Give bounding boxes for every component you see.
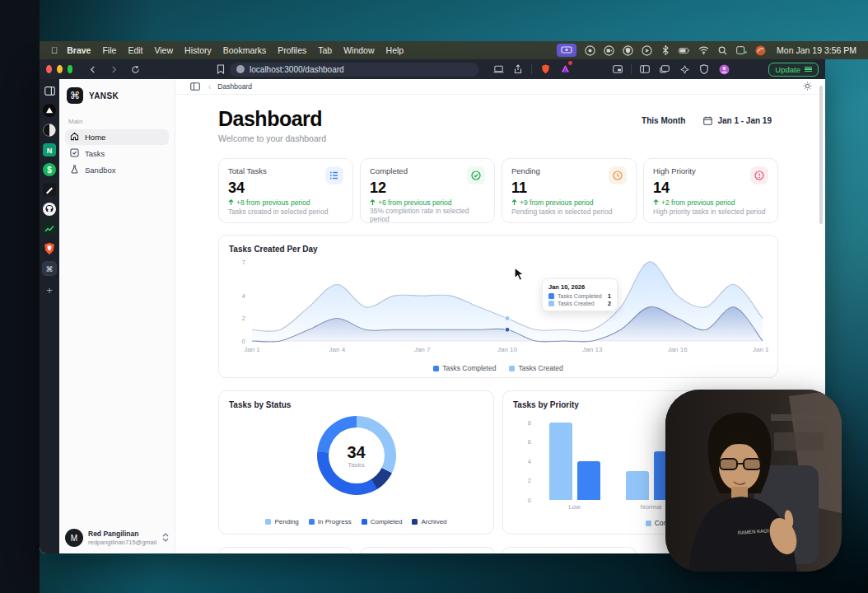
draw-icon[interactable] [42,182,57,197]
nav-section-label: Main [68,118,166,125]
apple-menu-icon[interactable]:  [51,45,58,55]
stat-delta: +8 from previous period [228,198,343,207]
svg-text:2: 2 [242,315,246,322]
area-chart[interactable]: 0247Jan 1Jan 4Jan 7Jan 10Jan 13Jan 16Jan… [229,255,769,362]
vpn-shield-icon[interactable] [698,63,711,76]
donut-chart[interactable]: 34 Tasks [317,416,396,495]
legend-swatch [265,519,271,525]
profile-icon[interactable] [754,44,766,56]
svg-text:Jan 7: Jan 7 [414,346,431,353]
legend-label: In Progress [318,518,352,525]
brand-logo-icon: ⌘ [67,87,83,104]
sidebar-item-label: Sandbox [85,166,116,175]
svg-text:N: N [47,147,53,155]
cash-icon[interactable]: $ [42,162,57,177]
brave-shield-icon[interactable] [539,63,552,76]
menu-item-help[interactable]: Help [380,45,410,55]
record-icon[interactable] [584,44,595,56]
close-window-button[interactable] [46,65,52,73]
forward-icon[interactable] [107,63,120,76]
neon-icon[interactable]: N [42,142,57,157]
user-menu[interactable]: M Red Pangilinan redpangilinan715@gmail.… [65,529,169,547]
svg-text:Jan 19: Jan 19 [753,346,769,353]
sidebar-item-label: Tasks [85,149,105,158]
date-range-label: Jan 1 - Jan 19 [717,116,772,125]
search-icon[interactable] [716,44,728,56]
stat-delta: +6 from previous period [370,198,485,207]
panels-icon[interactable] [42,83,57,98]
camera-icon[interactable] [603,44,614,56]
stat-value: 12 [370,180,485,197]
chart-icon[interactable] [42,222,57,236]
battery-icon[interactable] [679,44,690,56]
url-text: localhost:3000/dashboard [250,65,344,74]
bookmark-icon[interactable] [216,63,225,76]
leo-ai-icon[interactable] [678,63,691,76]
chevron-up-down-icon [162,530,169,545]
brand[interactable]: ⌘ YANSK [65,85,169,106]
home-icon [70,132,79,142]
workspace-icon[interactable]: ⌘ [42,261,57,276]
scrollbar-thumb[interactable] [819,86,823,224]
sidebar-item-home[interactable]: Home [65,129,169,145]
menu-item-bookmarks[interactable]: Bookmarks [217,45,273,55]
play-icon[interactable] [641,44,652,56]
menu-item-file[interactable]: File [96,45,122,55]
sidebar-toggle-icon[interactable] [638,63,651,76]
svg-text:7: 7 [242,259,246,266]
profile-avatar-icon[interactable] [717,63,730,76]
stat-card-pending: Pending11+9 from previous periodPending … [502,158,637,223]
legend-item: Completed [362,518,403,525]
github-icon[interactable] [42,202,57,217]
brave-icon[interactable] [42,241,57,256]
menu-items: BraveFileEditViewHistoryBookmarksProfile… [61,45,409,55]
menu-item-brave[interactable]: Brave [61,45,96,55]
wifi-icon[interactable] [698,44,709,56]
nav-list: HomeTasksSandbox [65,129,169,178]
tabs-icon[interactable] [658,63,671,76]
tooltip-swatch [548,293,554,299]
screen-share-icon[interactable] [557,44,576,57]
period-select[interactable]: This Month [642,116,685,125]
reload-icon[interactable] [128,63,142,76]
sidebar-item-sandbox[interactable]: Sandbox [65,162,169,178]
stat-value: 11 [511,180,627,197]
menu-item-view[interactable]: View [148,45,179,55]
update-button[interactable]: Update [768,63,819,77]
menu-item-edit[interactable]: Edit [122,45,148,55]
legend-item: In Progress [309,518,352,525]
menu-item-history[interactable]: History [179,45,217,55]
area-chart-card: Tasks Created Per Day 0247Jan 1Jan 4Jan … [218,235,778,378]
theme-toggle-icon[interactable] [803,79,812,94]
contrast-icon[interactable] [42,123,57,138]
zoom-window-button[interactable] [68,65,73,73]
address-bar[interactable]: localhost:3000/dashboard [230,63,478,77]
sidebar-item-tasks[interactable]: Tasks [65,146,169,161]
shield-icon[interactable] [622,44,633,56]
date-range-button[interactable]: Jan 1 - Jan 19 [697,113,778,128]
chevron-left-icon: ‹ [208,82,211,91]
add-icon[interactable]: + [42,282,57,297]
breadcrumb: Dashboard [217,82,252,91]
bar-completed [626,471,649,500]
device-icon[interactable] [492,63,505,76]
sidebar-trigger-icon[interactable] [189,80,202,93]
back-icon[interactable] [86,63,99,76]
picture-in-picture-icon[interactable] [611,63,624,76]
area-chart-title: Tasks Created Per Day [229,245,768,254]
site-info-icon[interactable] [236,65,245,73]
bluetooth-icon[interactable] [660,44,671,56]
rewards-icon[interactable] [558,63,572,76]
share-icon[interactable] [511,63,525,76]
trend-up-icon [228,199,234,206]
minimize-window-button[interactable] [57,65,63,73]
vercel-icon[interactable] [42,103,57,118]
menu-item-window[interactable]: Window [338,45,380,55]
flask-icon [70,165,79,175]
legend-label: Completed [371,518,403,525]
donut-legend: PendingIn ProgressCompletedArchived [219,518,493,525]
window-manager-icon[interactable] [735,44,747,56]
calendar-icon [703,116,712,125]
menu-item-profiles[interactable]: Profiles [272,45,312,55]
menu-item-tab[interactable]: Tab [312,45,338,55]
